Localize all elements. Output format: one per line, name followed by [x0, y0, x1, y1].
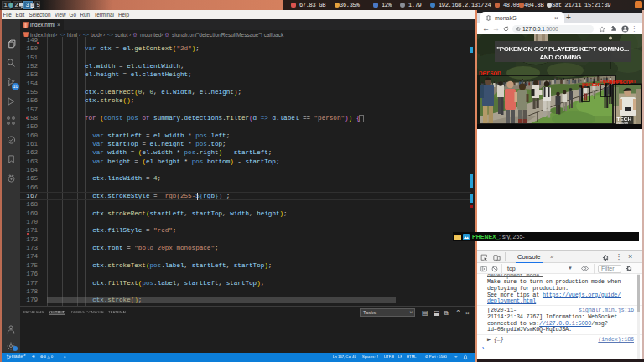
- svg-text:"POKEMON GO" PLAYERS KEPT COMI: "POKEMON GO" PLAYERS KEPT COMING...: [496, 45, 629, 53]
- svg-text:person: person: [582, 81, 601, 88]
- svg-text:person: person: [479, 70, 501, 77]
- svg-text:person: person: [609, 78, 631, 85]
- svg-text:on: on: [629, 78, 636, 85]
- svg-text:TECH: TECH: [617, 116, 632, 122]
- svg-text:AND COMING...: AND COMING...: [539, 54, 585, 61]
